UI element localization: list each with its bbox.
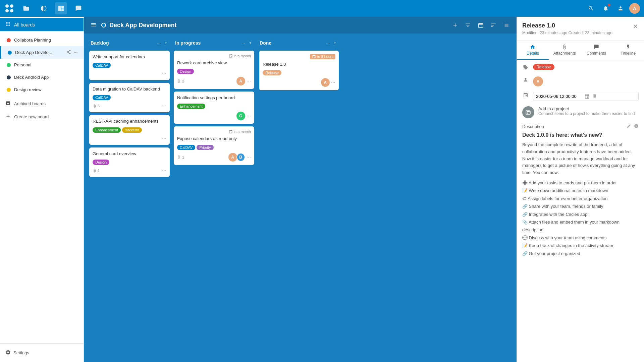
cards-inprogress: in a month Rework card archive view Desi… bbox=[174, 51, 254, 358]
label-priority: Priority bbox=[197, 145, 213, 150]
tab-timeline[interactable]: Timeline bbox=[612, 41, 644, 60]
sidebar-archived-boards[interactable]: Archived boards bbox=[0, 97, 84, 110]
date-delete-btn[interactable] bbox=[592, 94, 597, 99]
card-rework-archive[interactable]: in a month Rework card archive view Desi… bbox=[174, 51, 254, 89]
talk-icon[interactable] bbox=[72, 2, 85, 14]
tab-timeline-label: Timeline bbox=[621, 51, 636, 56]
card-write-support[interactable]: Write support for calendars CalDAV ··· bbox=[89, 51, 170, 80]
card-more-btn[interactable]: ··· bbox=[331, 79, 335, 85]
card-more-btn[interactable]: ··· bbox=[247, 113, 251, 119]
card-release[interactable]: in 3 hours Release 1.0 Release A ··· bbox=[258, 51, 339, 90]
share-board-android[interactable] bbox=[66, 74, 72, 81]
detail-header: Release 1.0 Modified: 23 minutes ago Cre… bbox=[517, 17, 644, 41]
card-footer: ··· bbox=[93, 135, 166, 141]
more-board-personal[interactable]: ··· bbox=[73, 61, 78, 68]
card-avatar-a: A bbox=[321, 78, 330, 87]
search-icon[interactable] bbox=[585, 2, 597, 14]
svg-point-2 bbox=[5, 9, 9, 12]
share-board-personal[interactable] bbox=[66, 61, 72, 68]
board-name-android: Deck Android App bbox=[14, 75, 66, 80]
sidebar-item-design[interactable]: Design review ··· bbox=[0, 83, 84, 96]
column-add-backlog[interactable]: + bbox=[163, 40, 168, 46]
svg-rect-6 bbox=[61, 9, 64, 11]
board-name-personal: Personal bbox=[14, 62, 66, 67]
desc-item-5: 📎 Attach files and embed them in your ma… bbox=[522, 218, 639, 234]
sidebar-item-android[interactable]: Deck Android App ··· bbox=[0, 71, 84, 83]
tab-comments[interactable]: Comments bbox=[581, 41, 612, 60]
column-more-backlog[interactable]: ··· bbox=[156, 40, 162, 46]
date-input-field[interactable] bbox=[536, 94, 583, 99]
add-card-btn[interactable] bbox=[450, 20, 460, 30]
detail-field-assignee: A bbox=[522, 76, 639, 86]
more-board-deck[interactable]: ··· bbox=[73, 49, 78, 56]
desc-info-btn[interactable] bbox=[634, 124, 639, 129]
user-avatar[interactable]: A bbox=[629, 3, 640, 14]
more-board-collabora[interactable]: ··· bbox=[73, 37, 78, 44]
card-data-migration[interactable]: Data migration to CalDAV backend CalDAV … bbox=[89, 83, 170, 112]
kanban-container: Backlog ··· + Write support for calendar… bbox=[84, 34, 517, 362]
card-more-btn[interactable]: ··· bbox=[162, 168, 166, 174]
deck-icon[interactable] bbox=[55, 2, 67, 14]
column-add-done[interactable]: + bbox=[332, 40, 337, 46]
card-rest-api[interactable]: REST-API caching enhancements Enhancemen… bbox=[89, 115, 170, 144]
tab-details[interactable]: Details bbox=[517, 41, 549, 60]
sidebar-item-deck[interactable]: Deck App Develo... ··· bbox=[0, 46, 84, 59]
card-more-btn[interactable]: ··· bbox=[162, 135, 166, 141]
share-board-design[interactable] bbox=[66, 86, 72, 93]
tab-attachments[interactable]: Attachments bbox=[549, 41, 581, 60]
column-more-inprogress[interactable]: ··· bbox=[240, 40, 247, 46]
column-title-done: Done bbox=[260, 40, 325, 46]
detail-panel: Release 1.0 Modified: 23 minutes ago Cre… bbox=[517, 17, 644, 362]
card-notification-settings[interactable]: Notification settings per board Enhancem… bbox=[174, 92, 254, 124]
column-more-done[interactable]: ··· bbox=[325, 40, 331, 46]
column-actions-done: ··· + bbox=[325, 40, 337, 46]
sort-btn[interactable] bbox=[488, 20, 498, 30]
more-board-design[interactable]: ··· bbox=[73, 86, 78, 93]
more-board-android[interactable]: ··· bbox=[73, 74, 78, 81]
svg-point-3 bbox=[10, 9, 13, 12]
card-expose-calendars[interactable]: in a month Expose calendars as read only… bbox=[174, 126, 254, 165]
sidebar-create-board[interactable]: Create new board bbox=[0, 110, 84, 123]
list-view-btn[interactable] bbox=[501, 20, 511, 30]
card-footer: 5 ··· bbox=[93, 103, 166, 109]
archive-icon bbox=[5, 101, 11, 107]
card-more-btn[interactable]: ··· bbox=[247, 154, 251, 160]
sidebar-all-boards[interactable]: All boards bbox=[0, 18, 84, 31]
sidebar-item-personal[interactable]: Personal ··· bbox=[0, 59, 84, 71]
hamburger-icon[interactable] bbox=[89, 20, 98, 30]
filter-btn[interactable] bbox=[463, 20, 473, 30]
tag-icon bbox=[522, 65, 529, 71]
desc-item-2: 🏷 Assign labels for even better organiza… bbox=[522, 195, 639, 202]
activity-icon[interactable] bbox=[38, 2, 50, 14]
close-detail-btn[interactable]: ✕ bbox=[632, 22, 639, 31]
desc-edit-btn[interactable] bbox=[627, 124, 631, 129]
card-avatar-g: G bbox=[236, 112, 245, 120]
archive-view-btn[interactable] bbox=[476, 20, 486, 30]
desc-label: Description bbox=[522, 124, 544, 129]
card-title: Notification settings per board bbox=[177, 95, 251, 101]
card-meta: 5 bbox=[93, 104, 100, 108]
card-more-btn[interactable]: ··· bbox=[162, 103, 166, 109]
label-enhancement: Enhancement bbox=[177, 104, 205, 109]
share-board-collabora[interactable] bbox=[66, 37, 72, 44]
attach-count: 1 bbox=[93, 169, 100, 173]
settings-item[interactable]: Settings bbox=[5, 347, 78, 359]
svg-rect-5 bbox=[61, 6, 64, 9]
contacts-icon[interactable] bbox=[614, 2, 627, 14]
calendar-icon bbox=[522, 93, 529, 99]
project-icon bbox=[522, 106, 534, 118]
share-board-deck[interactable] bbox=[66, 49, 72, 56]
svg-rect-11 bbox=[478, 23, 483, 24]
card-more-btn[interactable]: ··· bbox=[162, 71, 166, 77]
card-general-overview[interactable]: General card overview Design 1 · bbox=[89, 147, 170, 177]
detail-due-content bbox=[533, 92, 639, 101]
sidebar-item-collabora[interactable]: Collabora Planning ··· bbox=[0, 34, 84, 46]
desc-item-1: 📝 Write down additional notes in markdow… bbox=[522, 187, 639, 194]
app-logo[interactable] bbox=[4, 3, 15, 14]
files-icon[interactable] bbox=[20, 2, 32, 14]
notifications-icon[interactable] bbox=[600, 2, 612, 14]
column-add-inprogress[interactable]: + bbox=[248, 40, 253, 46]
desc-item-4: 🔗 Integrates with the Circles app! bbox=[522, 210, 639, 218]
detail-title: Release 1.0 bbox=[522, 22, 612, 29]
card-more-btn[interactable]: ··· bbox=[247, 78, 251, 84]
